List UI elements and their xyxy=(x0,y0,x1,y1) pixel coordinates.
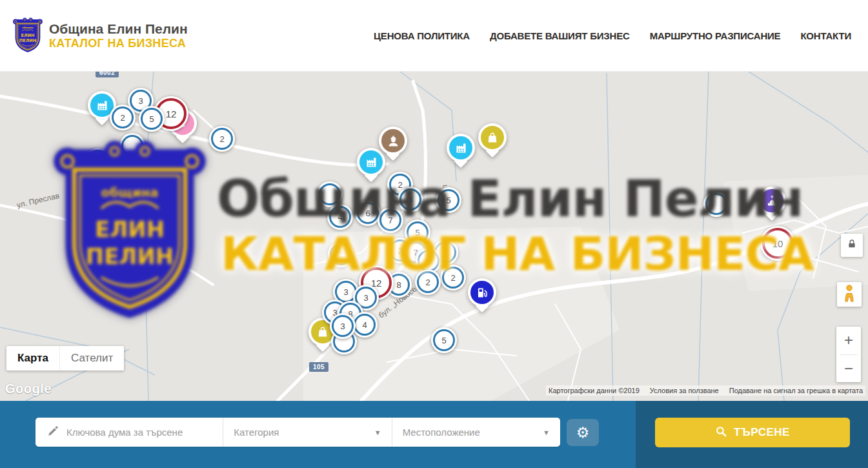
map-type-satellite-button[interactable]: Сателит xyxy=(59,346,124,371)
cluster-count: 5 xyxy=(438,189,459,211)
nav-item-pricing[interactable]: ЦЕНОВА ПОЛИТИКА xyxy=(374,30,470,41)
chevron-down-icon: ▼ xyxy=(374,429,381,436)
nav-item-add-business[interactable]: ДОБАВЕТЕ ВАШИЯТ БИЗНЕС xyxy=(490,30,630,41)
cluster-count: 5 xyxy=(141,108,163,130)
google-map[interactable]: 6002105ул. Преславбул. „Новоселци" 12325… xyxy=(0,72,868,401)
cluster-marker[interactable]: 10 xyxy=(760,226,795,261)
nav-item-route-schedule[interactable]: МАРШРУТНО РАЗПИСАНИЕ xyxy=(650,30,781,41)
pegman-icon xyxy=(843,285,856,305)
factory-icon xyxy=(365,156,378,169)
svg-text:община: община xyxy=(22,26,34,29)
chevron-down-icon: ▼ xyxy=(543,429,550,436)
pin-marker-bag[interactable] xyxy=(478,123,507,152)
factory-icon xyxy=(454,141,468,155)
cluster-marker[interactable]: 4 xyxy=(327,204,353,230)
cluster-marker[interactable] xyxy=(85,148,111,174)
report-map-error-link[interactable]: Подаване на сигнал за грешка в картата xyxy=(729,387,863,394)
keyword-field-wrap xyxy=(35,418,223,447)
zoom-control: + − xyxy=(836,327,861,382)
cluster-marker[interactable]: 5 xyxy=(139,106,165,132)
cluster-marker[interactable]: 4 xyxy=(352,312,378,338)
lock-icon xyxy=(847,239,857,252)
nav-item-contacts[interactable]: КОНТАКТИ xyxy=(800,30,851,41)
cluster-marker[interactable]: 5 xyxy=(431,327,457,353)
cluster-marker[interactable]: 2 xyxy=(415,269,441,295)
map-type-map-button[interactable]: Карта xyxy=(6,346,59,371)
main-nav: ЦЕНОВА ПОЛИТИКА ДОБАВЕТЕ ВАШИЯТ БИЗНЕС М… xyxy=(374,30,851,41)
terms-of-use-link[interactable]: Условия за ползване xyxy=(650,387,719,394)
street-view-pegman-button[interactable] xyxy=(837,282,862,307)
location-dropdown-value: Местоположение xyxy=(403,427,480,438)
cluster-marker[interactable]: 5 xyxy=(436,187,461,213)
pin-marker-fuel[interactable] xyxy=(468,278,496,307)
keyword-search-input[interactable] xyxy=(65,426,223,438)
cluster-marker[interactable] xyxy=(317,181,343,207)
category-dropdown-value: Категория xyxy=(234,427,279,438)
municipality-crest-logo: община ЕЛИН ПЕЛИН xyxy=(13,17,43,54)
cluster-count xyxy=(319,183,341,205)
cluster-count xyxy=(87,150,109,172)
page: община ЕЛИН ПЕЛИН Община Елин Пелин КАТА… xyxy=(0,0,868,468)
pencil-icon xyxy=(47,425,59,440)
cluster-count: 5 xyxy=(433,329,455,351)
cluster-count: 2 xyxy=(330,243,352,265)
cluster-count xyxy=(705,193,727,215)
pin-marker-factory[interactable] xyxy=(447,134,475,162)
search-box: Категория ▼ Местоположение ▼ xyxy=(35,418,560,447)
factory-icon xyxy=(96,99,109,112)
cluster-marker[interactable]: 2 xyxy=(440,265,466,290)
cluster-count: 4 xyxy=(329,206,351,228)
fuel-icon xyxy=(476,286,489,300)
cluster-count: 8 xyxy=(418,250,439,272)
svg-text:ПЕЛИН: ПЕЛИН xyxy=(19,37,37,43)
cluster-marker[interactable]: 7 xyxy=(378,207,403,233)
advanced-search-settings-button[interactable]: ⚙ xyxy=(567,419,599,446)
cluster-count: 10 xyxy=(762,228,793,259)
cluster-count: 3 xyxy=(332,315,354,337)
map-markers-layer: 12325223564752274822812333843510 xyxy=(0,72,868,401)
search-button[interactable]: ТЪРСЕНЕ xyxy=(655,418,850,447)
cluster-count: 7 xyxy=(379,209,401,231)
search-bar: Категория ▼ Местоположение ▼ ⚙ ТЪРСЕНЕ xyxy=(0,401,868,468)
cluster-marker[interactable] xyxy=(119,133,145,159)
cluster-count: 6 xyxy=(357,202,379,224)
cluster-marker[interactable]: 2 xyxy=(209,126,235,152)
cluster-count: 3 xyxy=(399,188,421,210)
cluster-count: 2 xyxy=(417,271,439,293)
brand-subtitle: КАТАЛОГ НА БИЗНЕСА xyxy=(49,37,188,50)
brand-title: Община Елин Пелин xyxy=(49,21,188,37)
category-dropdown[interactable]: Категория ▼ xyxy=(223,418,391,447)
map-attribution: Картографски данни ©2019 Условия за полз… xyxy=(546,385,865,396)
church-icon xyxy=(765,194,779,208)
brand-logo-link[interactable]: община ЕЛИН ПЕЛИН Община Елин Пелин КАТА… xyxy=(13,17,188,54)
cluster-marker[interactable]: 3 xyxy=(398,187,423,212)
search-button-label: ТЪРСЕНЕ xyxy=(734,426,790,439)
zoom-out-button[interactable]: − xyxy=(836,355,861,383)
map-type-control: Карта Сателит xyxy=(6,346,124,371)
cluster-marker[interactable]: 6 xyxy=(355,200,381,226)
pin-marker-church[interactable] xyxy=(758,187,786,215)
cluster-count: 4 xyxy=(354,314,376,336)
cluster-count: 2 xyxy=(211,128,233,150)
google-logo[interactable]: Google xyxy=(5,382,52,396)
cluster-count: 2 xyxy=(112,107,134,128)
attribution-copyright: Картографски данни ©2019 xyxy=(549,387,640,394)
cluster-marker[interactable] xyxy=(703,191,729,217)
location-dropdown[interactable]: Местоположение ▼ xyxy=(392,418,560,447)
svg-text:ЕЛИН: ЕЛИН xyxy=(21,32,34,37)
bag-icon xyxy=(316,325,329,338)
cluster-marker[interactable]: 2 xyxy=(110,105,136,130)
pin-marker-worker[interactable] xyxy=(379,127,407,155)
search-icon xyxy=(715,425,727,440)
scroll-lock-button[interactable] xyxy=(841,234,863,257)
cluster-count xyxy=(121,135,143,157)
cluster-marker[interactable]: 2 xyxy=(328,241,354,267)
cluster-count: 2 xyxy=(442,267,464,289)
zoom-in-button[interactable]: + xyxy=(836,327,861,354)
worker-icon xyxy=(387,134,400,148)
bag-icon xyxy=(486,131,499,144)
cluster-marker[interactable]: 3 xyxy=(330,313,356,339)
gear-icon: ⚙ xyxy=(576,425,590,440)
header: община ЕЛИН ПЕЛИН Община Елин Пелин КАТА… xyxy=(0,0,868,72)
